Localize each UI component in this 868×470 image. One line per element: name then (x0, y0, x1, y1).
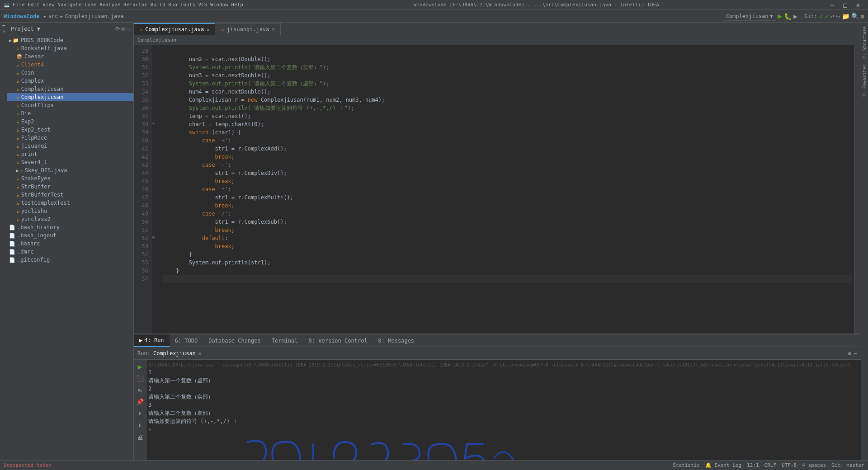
tree-label: Caesar (24, 53, 44, 60)
tree-item-print[interactable]: ☕ print (7, 150, 133, 158)
hide-icon[interactable]: — (127, 26, 130, 32)
tree-item-countflips[interactable]: ☕ CountFlips (7, 101, 133, 109)
file-menu-trigger[interactable]: File Edit View Navigate Code Analyze Ref… (13, 2, 243, 8)
tree-item-filprace[interactable]: ☕ FilpRace (7, 134, 133, 142)
tree-label: CountFlips (21, 102, 54, 108)
tab-run[interactable]: ▶ 4: Run (134, 334, 170, 347)
tab-close-jisuanqi[interactable]: ✕ (272, 27, 274, 32)
tree-item-pdds[interactable]: ▶📁 PDDS_BOOKCode (7, 36, 133, 44)
run-config-selector[interactable]: Complexjiusan ▼ (723, 12, 776, 21)
tree-item-bash-history[interactable]: 📄 .bash_history (7, 223, 133, 231)
breadcrumb-file[interactable]: Complexjiusan.java (65, 13, 124, 19)
tab-jisuanqi[interactable]: ☕ jisuanqi.java ✕ (215, 23, 280, 35)
tree-item-die[interactable]: ☕ Die (7, 109, 133, 118)
toolbar-btn3[interactable]: ⚙ (861, 13, 864, 20)
minimize-button[interactable]: ─ (826, 1, 839, 9)
code-editor[interactable]: 2930313233 3435363738 3940414243 4445464… (134, 45, 861, 334)
tree-item-testcomplextest[interactable]: ☕ testComplexTest (7, 199, 133, 207)
tree-item-complex[interactable]: ☕ Complex (7, 77, 133, 85)
line-ending-label[interactable]: CRLF (764, 462, 777, 468)
tree-item-dmrc[interactable]: 📄 .dmrc (7, 248, 133, 256)
favorites-tab[interactable]: 2: Favorites (862, 64, 867, 97)
tree-item-exp2[interactable]: ☕ Exp2 (7, 118, 133, 126)
tree-item-gitconfig[interactable]: 📄 .gitconfig (7, 256, 133, 264)
tab-terminal[interactable]: Terminal (266, 334, 303, 347)
tree-item-sever41[interactable]: ☕ Sever4_1 (7, 158, 133, 166)
run-tab-label: 4: Run (144, 337, 164, 343)
toolbar-btn2[interactable]: 🔍 (851, 13, 859, 20)
tree-item-skeydes[interactable]: ▶☕ Skey_DES.java (7, 166, 133, 174)
print-button[interactable]: 🖨 (135, 432, 145, 442)
tab-close-complexjiusan[interactable]: ✕ (207, 27, 209, 32)
tree-item-youlishu[interactable]: ☕ youlishu (7, 207, 133, 215)
debug-button[interactable]: 🐛 (784, 13, 792, 20)
tab-todo[interactable]: 6: TODO (170, 334, 203, 347)
output-line-5: 3 (148, 401, 859, 409)
position-label[interactable]: 12:1 (747, 462, 759, 468)
toolbar-sep: | (799, 13, 802, 19)
tree-label: Complexjiusan (21, 86, 64, 92)
tab-complexjiusan[interactable]: ☕ Complexjiusan.java ✕ (134, 23, 215, 35)
structure-tab[interactable]: 2: Structure (862, 26, 867, 59)
gear-icon[interactable]: ⚙ (122, 26, 125, 32)
event-log-label[interactable]: 🔔 Event Log (705, 462, 741, 468)
tree-label: PDDS_BOOKCode (21, 37, 63, 43)
project-panel-header: Project ▼ ⟳ ⚙ — (7, 23, 133, 35)
run-close-icon[interactable]: — (854, 350, 857, 357)
tab-messages[interactable]: 0: Messages (373, 334, 420, 347)
tab-database-changes[interactable]: Database Changes (203, 334, 266, 347)
sync-icon[interactable]: ⟳ (115, 26, 120, 32)
tab-bar: ☕ Complexjiusan.java ✕ ☕ jisuanqi.java ✕ (134, 23, 861, 35)
project-panel: Project ▼ ⟳ ⚙ — ▶📁 PDDS_BOOKCode ☕ Books… (7, 23, 134, 460)
tree-item-bookshelf[interactable]: ☕ Bookshelf.java (7, 44, 133, 52)
git-check1[interactable]: ✓ (819, 13, 823, 20)
tree-label: Sever4_1 (21, 159, 47, 165)
scroll-up-button[interactable]: ⬆ (135, 409, 145, 418)
tree-item-snakeeyes[interactable]: ☕ SnakeEyes (7, 174, 133, 183)
stop-button[interactable]: ⬛ (135, 373, 145, 383)
tree-item-coin[interactable]: ☕ Coin (7, 69, 133, 77)
git-label: Git: (804, 13, 817, 19)
project-icon[interactable]: 1 (1, 24, 6, 27)
run-button[interactable]: ▶ (778, 12, 783, 20)
statistic-label[interactable]: Statistic (673, 462, 700, 468)
run-settings-icon[interactable]: ⚙ (848, 350, 851, 357)
rerun-button[interactable]: ↻ (135, 385, 145, 395)
tree-item-client4[interactable]: ☕ Client4 (7, 61, 133, 69)
restart-button[interactable]: ▶ (135, 362, 145, 371)
tree-label: .bash_logout (17, 232, 57, 239)
breadcrumb-src[interactable]: src (48, 13, 58, 19)
tree-item-caesar[interactable]: 📦 Caesar (7, 52, 133, 61)
tree-item-bash-logout[interactable]: 📄 .bash_logout (7, 231, 133, 240)
redo-button[interactable]: ↪ (836, 13, 840, 20)
code-area[interactable]: num2 = scan.nextDouble(); System.out.pri… (159, 45, 854, 334)
tab-version-control[interactable]: 9: Version Control (303, 334, 373, 347)
output-line-4: 请输入第二个复数（实部） (148, 393, 859, 401)
maximize-button[interactable]: □ (839, 1, 851, 9)
tree-label: Exp2_test (21, 127, 51, 133)
run-coverage-button[interactable]: ▶ (793, 13, 797, 20)
run-tab-close[interactable]: ✕ (198, 350, 202, 357)
indent-label[interactable]: 4 spaces (802, 462, 826, 468)
title-text: WindowsCode [E:\JAVA\111\WindowsCode] - … (247, 2, 826, 8)
tree-item-yunclass2[interactable]: ☕ yunclass2 (7, 215, 133, 223)
pin-button[interactable]: 📌 (135, 397, 145, 407)
git-check2[interactable]: ✓ (825, 13, 828, 20)
tree-item-jisuanqi[interactable]: ☕ jisuanqi (7, 142, 133, 150)
run-tab-name: Complexjiusan (153, 350, 196, 357)
tree-item-bashrc[interactable]: 📄 .bashrc (7, 240, 133, 248)
tree-item-complexjiusan1[interactable]: ☕ Complexjiusan (7, 85, 133, 93)
encoding-label[interactable]: UTF-8 (782, 462, 797, 468)
tree-item-strbuffer[interactable]: ☕ StrBuffer (7, 183, 133, 191)
tree-item-exp2test[interactable]: ☕ Exp2_test (7, 126, 133, 134)
toolbar-btn1[interactable]: 📁 (842, 13, 849, 20)
tree-item-strbuffertest[interactable]: ☕ StrBufferTest (7, 191, 133, 199)
structure-icon-left[interactable]: 2 (1, 30, 6, 33)
close-button[interactable]: ✕ (852, 1, 864, 9)
undo-button[interactable]: ↩ (830, 13, 834, 20)
command-line: E:\JAVA\JDK\bin\java.exe "-javaagent:E:\… (148, 362, 859, 368)
tree-item-complexjiusan2[interactable]: ☕ Complexjiusan (7, 93, 133, 101)
git-branch-label[interactable]: Git: master (831, 462, 864, 468)
scroll-end-button[interactable]: ⬇ (135, 420, 145, 430)
handwriting-svg (239, 435, 555, 460)
